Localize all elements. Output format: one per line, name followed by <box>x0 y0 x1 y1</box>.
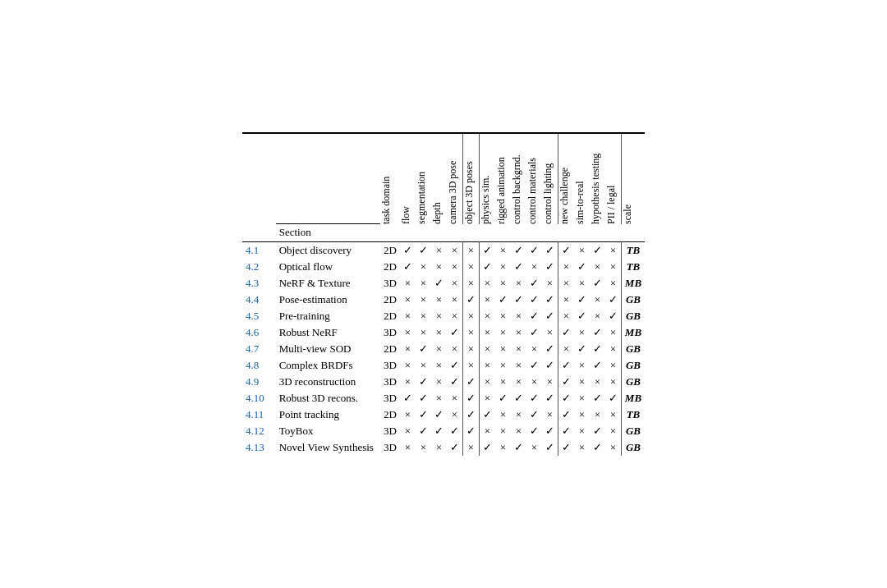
data-cell: × <box>574 439 590 456</box>
data-cell: × <box>590 374 605 390</box>
data-cell: ✓ <box>590 439 605 456</box>
data-cell: × <box>462 324 479 341</box>
table-row: 4.4Pose-estimation2D××××✓×✓✓✓✓×✓×✓GB <box>242 292 645 308</box>
data-cell: × <box>574 407 590 423</box>
data-cell: × <box>511 308 526 324</box>
depth-header: depth <box>431 133 447 224</box>
data-cell <box>268 439 276 456</box>
data-cell: ✓ <box>542 308 558 324</box>
data-cell: ✓ <box>462 423 479 439</box>
data-cell: ✓ <box>590 275 605 292</box>
data-cell: ✓ <box>447 324 463 341</box>
data-cell: × <box>447 390 463 407</box>
table-row: 4.13Novel View Synthesis3D×××✓×✓×✓×✓✓×✓×… <box>242 439 645 456</box>
data-cell <box>268 292 276 308</box>
data-cell: ✓ <box>479 242 495 260</box>
data-cell: × <box>574 357 590 374</box>
data-cell: × <box>462 259 479 275</box>
data-cell: × <box>605 242 622 260</box>
data-cell: ✓ <box>558 423 574 439</box>
data-cell: × <box>400 308 416 324</box>
scale-header: scale <box>621 133 645 224</box>
data-cell: × <box>590 259 605 275</box>
data-cell: × <box>447 259 463 275</box>
data-cell: ✓ <box>542 242 558 260</box>
section-name: Complex BRDFs <box>276 357 380 374</box>
data-cell: × <box>400 292 416 308</box>
data-cell: ✓ <box>558 324 574 341</box>
data-cell: × <box>416 259 431 275</box>
data-cell: × <box>558 341 574 357</box>
data-cell: × <box>431 308 447 324</box>
data-cell: × <box>447 292 463 308</box>
mat-header: control materials <box>526 133 542 224</box>
data-cell: × <box>590 407 605 423</box>
domain-cell: 3D <box>380 423 400 439</box>
section-name: Optical flow <box>276 259 380 275</box>
data-cell: ✓ <box>462 390 479 407</box>
domain-cell: 2D <box>380 259 400 275</box>
data-cell: ✓ <box>526 357 542 374</box>
table-row: 4.5Pre-training2D××××××××✓✓×✓×✓GB <box>242 308 645 324</box>
section-name: 3D reconstruction <box>276 374 380 390</box>
section-num: 4.11 <box>242 407 268 423</box>
section-name: Robust NeRF <box>276 324 380 341</box>
data-cell: ✓ <box>479 259 495 275</box>
data-cell: × <box>447 275 463 292</box>
data-cell: ✓ <box>447 357 463 374</box>
section-num: 4.13 <box>242 439 268 456</box>
data-cell: × <box>462 357 479 374</box>
data-cell: × <box>605 341 622 357</box>
data-cell: × <box>605 423 622 439</box>
data-cell: × <box>511 374 526 390</box>
hyp-header: hypothesis testing <box>590 133 605 224</box>
data-cell: ✓ <box>416 341 431 357</box>
data-cell: × <box>574 242 590 260</box>
data-cell: × <box>542 275 558 292</box>
data-cell: ✓ <box>400 242 416 260</box>
empty-header-1 <box>242 133 268 224</box>
data-cell <box>268 407 276 423</box>
data-cell: × <box>526 341 542 357</box>
data-cell: ✓ <box>574 259 590 275</box>
section-num: 4.10 <box>242 390 268 407</box>
empty-header-2 <box>268 133 276 224</box>
data-cell: × <box>511 341 526 357</box>
data-cell: ✓ <box>574 341 590 357</box>
table-row: 4.8Complex BRDFs3D×××✓××××✓✓✓×✓×GB <box>242 357 645 374</box>
data-cell: × <box>605 439 622 456</box>
scale-cell: MB <box>621 275 645 292</box>
data-cell: ✓ <box>590 324 605 341</box>
data-cell: × <box>590 308 605 324</box>
data-cell: ✓ <box>558 374 574 390</box>
data-cell <box>268 324 276 341</box>
table-row: 4.2Optical flow2D✓××××✓×✓×✓×✓××TB <box>242 259 645 275</box>
data-cell: ✓ <box>431 407 447 423</box>
section-name: Robust 3D recons. <box>276 390 380 407</box>
data-cell: × <box>542 324 558 341</box>
data-cell: ✓ <box>416 423 431 439</box>
data-cell: × <box>511 407 526 423</box>
data-cell <box>268 423 276 439</box>
data-cell: × <box>511 357 526 374</box>
bg-header: control backgrnd. <box>511 133 526 224</box>
data-cell: × <box>605 259 622 275</box>
data-cell: × <box>542 407 558 423</box>
data-cell: ✓ <box>431 423 447 439</box>
data-cell: × <box>558 259 574 275</box>
data-cell: ✓ <box>526 423 542 439</box>
data-cell: × <box>526 259 542 275</box>
data-cell: ✓ <box>447 374 463 390</box>
data-cell: × <box>416 324 431 341</box>
scale-cell: MB <box>621 324 645 341</box>
data-cell: × <box>574 423 590 439</box>
data-cell: × <box>495 374 511 390</box>
data-cell: ✓ <box>416 374 431 390</box>
scale-cell: GB <box>621 423 645 439</box>
data-cell <box>268 308 276 324</box>
data-cell: × <box>479 390 495 407</box>
data-cell: × <box>416 308 431 324</box>
scale-cell: TB <box>621 242 645 260</box>
data-cell: ✓ <box>526 324 542 341</box>
section-num: 4.7 <box>242 341 268 357</box>
